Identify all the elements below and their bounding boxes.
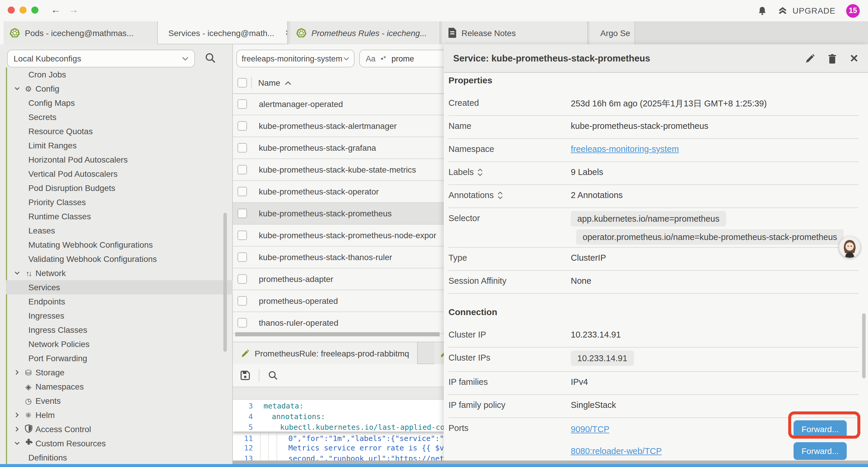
sidebar-item-leases[interactable]: Leases bbox=[6, 224, 233, 238]
sidebar-item-endpoints[interactable]: Endpoints bbox=[6, 294, 233, 309]
tab-release[interactable]: Release Notes bbox=[442, 21, 588, 44]
namespace-select[interactable]: freeleaps-monitoring-system bbox=[236, 50, 354, 67]
window-close-button[interactable] bbox=[8, 6, 15, 13]
sidebar-item-ingress-classes[interactable]: Ingress Classes bbox=[6, 323, 233, 337]
table-row[interactable]: kube-prometheus-stack-prometheus-node-ex… bbox=[233, 225, 444, 246]
table-row[interactable]: kube-prometheus-stack-alertmanager bbox=[233, 115, 444, 137]
row-separator bbox=[448, 270, 859, 271]
tree-item-label: Validating Webhook Configurations bbox=[28, 254, 157, 264]
table-row[interactable]: prometheus-operated bbox=[233, 290, 444, 312]
window-zoom-button[interactable] bbox=[31, 6, 38, 13]
back-arrow-icon[interactable]: ← bbox=[51, 4, 61, 16]
sidebar-item-config[interactable]: ⚙Config bbox=[6, 82, 233, 96]
tree-item-label: Definitions bbox=[28, 453, 67, 462]
editor-tab-prometheusrule[interactable]: PrometheusRule: freeleaps-prod-rabbitmq bbox=[233, 342, 418, 364]
tab-close-icon[interactable]: ✕ bbox=[285, 28, 288, 37]
sidebar-item-storage[interactable]: ⛁Storage bbox=[6, 365, 233, 380]
selector-chip[interactable]: operator.prometheus.io/name=kube-prometh… bbox=[576, 229, 844, 245]
table-horizontal-scrollbar[interactable] bbox=[235, 332, 440, 337]
sidebar-item-priority-classes[interactable]: Priority Classes bbox=[6, 195, 233, 209]
line-number: 5 bbox=[233, 422, 253, 433]
bell-icon[interactable] bbox=[758, 6, 767, 16]
table-row[interactable]: thanos-ruler-operated bbox=[233, 312, 444, 334]
tab-label: Services - icecheng@math... bbox=[168, 28, 274, 37]
sidebar-item-helm[interactable]: ⎈Helm bbox=[6, 408, 233, 422]
tab-prometheus[interactable]: Prometheus Rules - icecheng... bbox=[290, 21, 440, 44]
table-row[interactable]: kube-prometheus-stack-operator bbox=[233, 181, 444, 203]
editor-search-icon[interactable] bbox=[268, 370, 278, 381]
kubeconfig-select[interactable]: Local Kubeconfigs bbox=[7, 50, 195, 67]
sidebar-item-runtime-classes[interactable]: Runtime Classes bbox=[6, 209, 233, 224]
row-checkbox[interactable] bbox=[238, 253, 247, 262]
sidebar-item-events[interactable]: ◷Events bbox=[6, 394, 233, 408]
resource-filter-input[interactable]: Aa ▪* prome bbox=[359, 50, 448, 67]
sidebar-item-cron-jobs[interactable]: Cron Jobs bbox=[6, 67, 233, 82]
row-checkbox[interactable] bbox=[238, 143, 247, 152]
sidebar-item-custom-resources[interactable]: Custom Resources bbox=[6, 436, 233, 450]
detail-label: Name bbox=[448, 121, 471, 130]
sidebar-item-limit-ranges[interactable]: Limit Ranges bbox=[6, 138, 233, 152]
row-checkbox[interactable] bbox=[238, 274, 247, 284]
sidebar-item-definitions[interactable]: Definitions bbox=[6, 450, 233, 465]
close-icon[interactable]: ✕ bbox=[850, 52, 859, 65]
code-segment: annotations: bbox=[272, 412, 325, 421]
table-row[interactable]: prometheus-adapter bbox=[233, 268, 444, 290]
upgrade-button[interactable]: UPGRADE bbox=[778, 6, 836, 16]
notification-badge[interactable]: 15 bbox=[846, 4, 860, 18]
table-row[interactable]: kube-prometheus-stack-grafana bbox=[233, 137, 444, 159]
yaml-editor[interactable]: 11 0","for":"1m","labels":{"service":" 1… bbox=[233, 400, 444, 461]
sidebar-item-access-control[interactable]: Access Control bbox=[6, 422, 233, 436]
tree-item-label: Port Forwarding bbox=[28, 353, 87, 363]
tab-argo[interactable]: Argo Se bbox=[590, 21, 635, 44]
sidebar-item-secrets[interactable]: Secrets bbox=[6, 110, 233, 124]
sidebar-item-config-maps[interactable]: Config Maps bbox=[6, 96, 233, 110]
save-icon[interactable] bbox=[240, 370, 251, 381]
forward-arrow-icon[interactable]: → bbox=[68, 4, 79, 16]
row-checkbox[interactable] bbox=[238, 231, 247, 240]
row-checkbox[interactable] bbox=[238, 296, 247, 305]
row-checkbox[interactable] bbox=[238, 99, 247, 109]
tree-item-label: Ingresses bbox=[28, 311, 64, 320]
edit-pencil-icon[interactable] bbox=[805, 54, 815, 63]
delete-trash-icon[interactable] bbox=[828, 54, 837, 63]
sidebar-item-network-policies[interactable]: Network Policies bbox=[6, 337, 233, 351]
match-case-toggle[interactable]: Aa bbox=[366, 54, 375, 63]
sidebar-item-network[interactable]: ↑↓Network bbox=[6, 266, 233, 280]
row-checkbox[interactable] bbox=[238, 187, 247, 196]
sidebar-item-horizontal-pod-autoscalers[interactable]: Horizontal Pod Autoscalers bbox=[6, 152, 233, 167]
sidebar-item-validating-webhook-configurations[interactable]: Validating Webhook Configurations bbox=[6, 252, 233, 266]
tab-pods[interactable]: Pods - icecheng@mathmas... bbox=[4, 21, 158, 44]
sidebar-item-pod-disruption-budgets[interactable]: Pod Disruption Budgets bbox=[6, 181, 233, 195]
sidebar-item-vertical-pod-autoscalers[interactable]: Vertical Pod Autoscalers bbox=[6, 167, 233, 181]
sidebar-item-resource-quotas[interactable]: Resource Quotas bbox=[6, 124, 233, 138]
select-all-checkbox[interactable] bbox=[238, 78, 247, 87]
tab-services[interactable]: Services - icecheng@math... ✕ bbox=[157, 21, 288, 44]
table-row[interactable]: kube-prometheus-stack-thanos-ruler bbox=[233, 246, 444, 268]
sidebar-item-port-forwarding[interactable]: Port Forwarding bbox=[6, 351, 233, 365]
sidebar-item-services[interactable]: Services bbox=[6, 280, 233, 294]
regex-toggle[interactable]: ▪* bbox=[381, 54, 386, 63]
sidebar-item-namespaces[interactable]: ◈Namespaces bbox=[6, 380, 233, 394]
selector-chip[interactable]: app.kubernetes.io/name=prometheus bbox=[571, 211, 726, 226]
table-row[interactable]: alertmanager-operated bbox=[233, 93, 444, 115]
window-minimize-button[interactable] bbox=[20, 6, 27, 13]
forward-button[interactable]: Forward... bbox=[794, 442, 847, 460]
name-column-header[interactable]: Name bbox=[258, 78, 280, 87]
port-link[interactable]: 8080:reloader-web/TCP bbox=[571, 446, 662, 456]
drawer-scrollbar[interactable] bbox=[862, 313, 866, 378]
table-row[interactable]: kube-prometheus-stack-kube-state-metrics bbox=[233, 159, 444, 181]
selector-chip[interactable]: 10.233.14.91 bbox=[571, 351, 634, 366]
row-checkbox[interactable] bbox=[238, 209, 247, 218]
sidebar-search-icon[interactable] bbox=[205, 52, 216, 64]
sidebar-item-ingresses[interactable]: Ingresses bbox=[6, 309, 233, 323]
sort-ascending-icon[interactable] bbox=[285, 81, 291, 85]
namespace-link[interactable]: freeleaps-monitoring-system bbox=[571, 144, 679, 154]
sidebar-scrollbar[interactable] bbox=[223, 213, 227, 352]
sidebar-item-mutating-webhook-configurations[interactable]: Mutating Webhook Configurations bbox=[6, 238, 233, 252]
user-avatar[interactable] bbox=[839, 236, 860, 258]
row-checkbox[interactable] bbox=[238, 121, 247, 130]
port-link[interactable]: 9090/TCP bbox=[571, 425, 610, 434]
row-checkbox[interactable] bbox=[238, 165, 247, 174]
table-row[interactable]: kube-prometheus-stack-prometheus bbox=[233, 203, 444, 225]
row-checkbox[interactable] bbox=[238, 318, 247, 327]
